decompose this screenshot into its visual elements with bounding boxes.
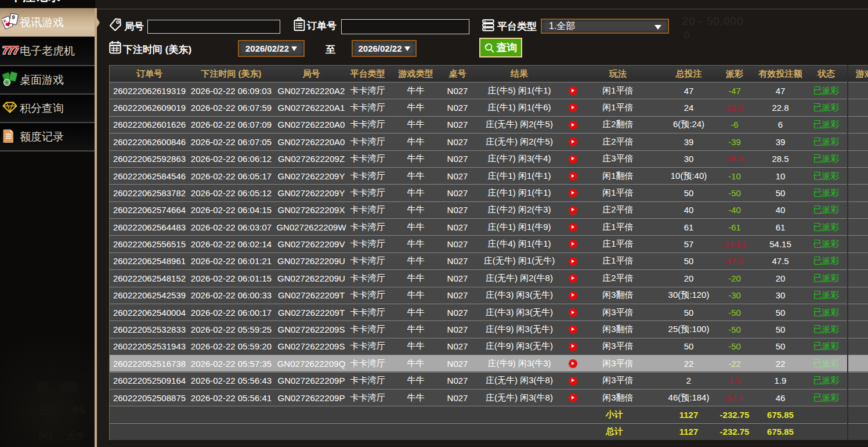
svg-text:777: 777 xyxy=(2,44,19,56)
